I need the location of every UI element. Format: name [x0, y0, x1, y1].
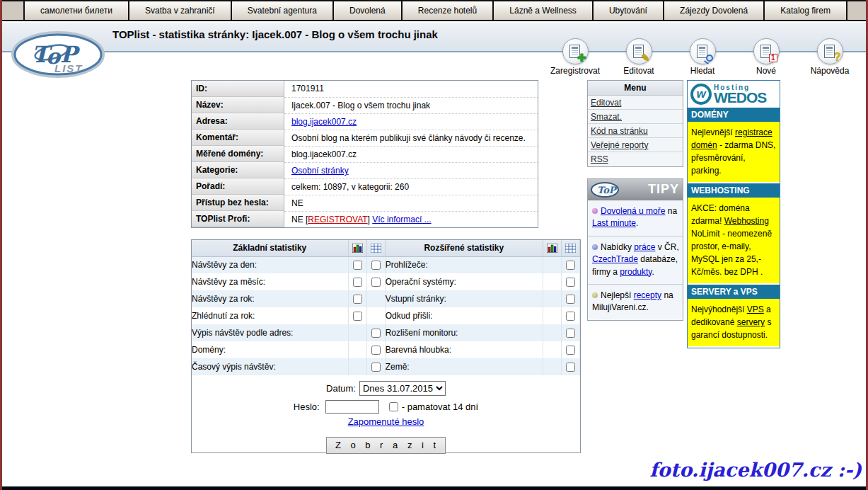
checkbox-visits-day-table[interactable] — [371, 261, 381, 270]
menu-item-verejne-reporty[interactable]: Veřejné reporty — [588, 138, 683, 152]
info-row-adresa: Adresa: blog.ijacek007.cz — [192, 113, 538, 130]
new-calendar-icon: 1 — [769, 54, 777, 62]
password-input[interactable] — [325, 400, 379, 414]
tip-text: na — [665, 206, 677, 216]
info-row-komentar: Komentář: Osobní blog na kterém publikuj… — [192, 130, 538, 146]
plus-icon: ✚ — [577, 52, 586, 63]
checkbox-referrers-table[interactable] — [566, 312, 575, 321]
category-link[interactable]: Osobní stránky — [291, 166, 349, 176]
info-label: Pořadí: — [192, 178, 284, 195]
menu-link[interactable]: RSS — [591, 154, 608, 164]
heslo-label: Heslo: — [294, 401, 320, 412]
menu-item-rss[interactable]: RSS — [588, 152, 683, 166]
checkbox-resolution-table[interactable] — [566, 329, 575, 338]
tip-link[interactable]: CzechTrade — [592, 254, 638, 264]
menu-link[interactable]: Editovat — [591, 98, 621, 108]
stat-label: Rozlišení monitoru: — [385, 324, 543, 341]
bar-chart-icon — [348, 240, 366, 256]
checkbox-browsers-table[interactable] — [566, 261, 575, 270]
info-value: NE — [284, 195, 538, 211]
search-button[interactable]: Hledat — [676, 38, 729, 76]
show-button[interactable]: Z o b r a z i t — [326, 437, 446, 454]
svg-text:ToP: ToP — [597, 185, 618, 195]
remember-checkbox[interactable] — [389, 402, 398, 411]
checkbox-color-depth-table[interactable] — [566, 346, 575, 355]
checkbox-visits-day-chart[interactable] — [353, 261, 362, 270]
table-icon — [561, 240, 579, 256]
toplist-logo[interactable]: T o P LIST — [11, 31, 105, 79]
tab-lazne-a-wellness[interactable]: Lázně a Wellness — [492, 1, 592, 20]
tab-katalog-firem[interactable]: Katalog firem — [763, 1, 847, 20]
menu-link[interactable]: Kód na stránku — [591, 126, 648, 136]
checkbox-visits-month-chart[interactable] — [353, 278, 362, 287]
site-address-link[interactable]: blog.ijacek007.cz — [291, 117, 357, 127]
tab-recenze-hotelu[interactable]: Recenze hotelů — [401, 1, 493, 20]
date-select[interactable]: Dnes 31.07.2015 — [359, 381, 446, 396]
checkbox-domains-table[interactable] — [371, 346, 381, 355]
wedos-section-domeny: DOMÉNY — [688, 108, 780, 122]
registrovat-link[interactable]: REGISTROVAT — [308, 215, 367, 224]
wedos-ad[interactable]: w Hosting WEDOS DOMÉNY Nejlevnější regis… — [687, 80, 780, 348]
wedos-link[interactable]: VPS — [747, 304, 764, 314]
checkbox-os-table[interactable] — [566, 278, 575, 287]
menu-box: Menu Editovat Smazat. Kód na stránku Veř… — [587, 80, 683, 167]
info-row-merene-domeny: Měřené domény: blog.ijacek007.cz — [192, 146, 538, 162]
tip-link[interactable]: recepty — [634, 290, 661, 300]
tips-header: ToP TIPY — [588, 179, 683, 200]
stats-row: Časový výpis návštěv: Země: — [192, 358, 580, 375]
stats-form: Datum: Dnes 31.07.2015 Heslo: - pamatova… — [192, 375, 580, 454]
checkbox-views-year-chart[interactable] — [353, 312, 362, 321]
info-label: Komentář: — [192, 130, 284, 146]
register-button[interactable]: ✚ Zaregistrovat — [549, 38, 601, 76]
checkbox-visits-year-chart[interactable] — [353, 295, 362, 304]
wedos-link[interactable]: servery — [737, 317, 765, 327]
tips-box: ToP TIPY Dovolená u moře na Last minute.… — [587, 178, 683, 321]
tab-svatba-v-zahranici[interactable]: Svatba v zahraničí — [128, 1, 231, 20]
checkbox-countries-table[interactable] — [566, 363, 575, 372]
checkbox-time-log-table[interactable] — [371, 363, 381, 372]
stat-label: Odkud přišli: — [385, 307, 543, 324]
wedos-text: Nejlevnější registrace domén - zdarma DN… — [688, 122, 780, 183]
wedos-text: Nejvýhodnější VPS a dedikované servery s… — [688, 299, 780, 348]
edit-label: Editovat — [623, 66, 654, 76]
stat-label: Operační systémy: — [385, 273, 543, 290]
question-icon: ? — [834, 52, 841, 63]
pencil-icon: ✎ — [642, 53, 650, 63]
basic-stats-header: Základní statistiky — [192, 240, 348, 256]
tab-svatebni-agentura[interactable]: Svatební agentura — [231, 1, 332, 20]
ad-text: Nejlevnější — [691, 127, 735, 137]
help-button[interactable]: ? Nápověda — [804, 38, 856, 76]
menu-link[interactable]: Veřejné reporty — [591, 140, 648, 150]
statistics-panel: Základní statistiky Rozšířené statistiky… — [191, 239, 581, 453]
menu-link[interactable]: Smazat. — [591, 112, 622, 122]
tip-link[interactable]: Last minute — [592, 218, 636, 228]
stats-row: Návštěvy za měsíc: Operační systémy: — [192, 273, 580, 290]
stat-label: Návštěvy za měsíc: — [192, 273, 348, 290]
site-info-table: ID: 1701911 Název: Ijacek.007 - Blog o v… — [191, 80, 538, 228]
tip-link[interactable]: produkty — [620, 267, 652, 277]
forgot-password-link[interactable]: Zapomenuté heslo — [348, 416, 424, 427]
new-button[interactable]: 1 Nové — [740, 38, 792, 76]
tab-dovolena[interactable]: Dovolená — [332, 1, 401, 20]
menu-item-editovat[interactable]: Editovat — [588, 96, 683, 110]
info-value: Osobní blog na kterém publikuji své člán… — [284, 130, 538, 146]
document-icon — [697, 45, 707, 58]
checkbox-visits-month-table[interactable] — [371, 278, 381, 287]
wedos-link[interactable]: Webhosting — [724, 216, 769, 226]
tab-zajezdy-dovolena[interactable]: Zájezdy Dovolená — [663, 1, 763, 20]
tab-ubytovani[interactable]: Ubytování — [592, 1, 663, 20]
checkbox-visits-by-address-table[interactable] — [371, 329, 381, 338]
tip-link[interactable]: práce — [634, 242, 655, 252]
tab-samoletni-bileti[interactable]: самолетни билети — [23, 1, 128, 20]
menu-item-kod-na-stranku[interactable]: Kód na stránku — [588, 124, 683, 138]
info-label: Název: — [192, 97, 284, 113]
tip-link[interactable]: Dovolená u moře — [601, 206, 665, 216]
edit-button[interactable]: ✎ Editovat — [613, 38, 665, 76]
more-info-link[interactable]: Víc informací ... — [372, 215, 431, 224]
info-label: TOPlist Profi: — [192, 211, 284, 227]
menu-item-smazat[interactable]: Smazat. — [588, 110, 683, 124]
tip-item: Dovolená u moře na Last minute. — [588, 200, 683, 237]
checkbox-entry-pages-table[interactable] — [566, 295, 575, 304]
toplist-statistics-page: самолетни билети Svatba v zahraničí Svat… — [0, 0, 868, 490]
tip-text: . — [652, 267, 654, 277]
